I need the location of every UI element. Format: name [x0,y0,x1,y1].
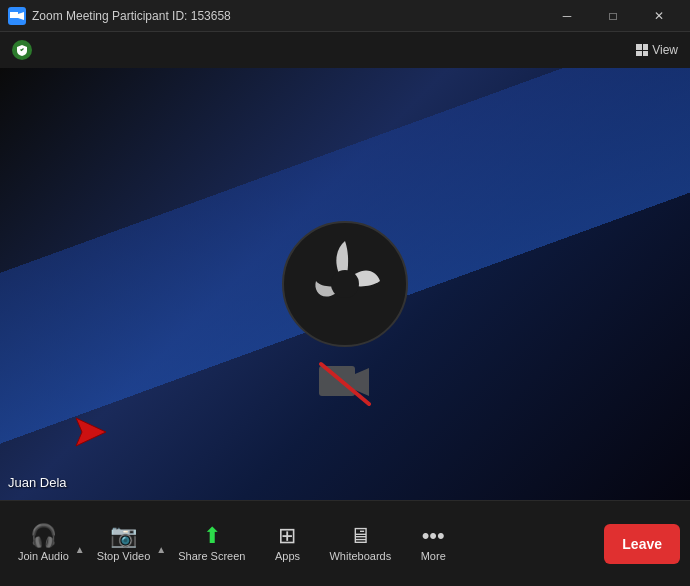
view-label: View [652,43,678,57]
svg-point-4 [331,270,359,298]
audio-icon: 🎧 [30,525,57,547]
svg-marker-8 [76,418,106,446]
bottom-toolbar: 🎧 Join Audio ▲ 📷 Stop Video ▲ ⬆ Share Sc… [0,500,690,586]
stop-video-group: 📷 Stop Video ▲ [89,509,167,579]
apps-icon: ⊞ [278,525,296,547]
stop-video-label: Stop Video [97,550,151,562]
participant-name: Juan Dela [8,475,67,490]
cursor-arrow-icon [68,412,108,452]
obs-logo-icon [280,219,410,349]
join-audio-button[interactable]: 🎧 Join Audio [10,509,77,579]
stop-video-button[interactable]: 📷 Stop Video [89,509,159,579]
shield-inner-icon [16,44,28,56]
whiteboards-button[interactable]: 🖥 Whiteboards [321,509,399,579]
more-button[interactable]: ••• More [403,509,463,579]
title-bar-left: Zoom Meeting Participant ID: 153658 [8,7,231,25]
whiteboards-label: Whiteboards [329,550,391,562]
join-audio-group: 🎧 Join Audio ▲ [10,509,85,579]
more-label: More [421,550,446,562]
grid-view-icon [636,44,648,56]
zoom-logo-icon [8,7,26,25]
video-area: Juan Dela [0,68,690,500]
join-audio-label: Join Audio [18,550,69,562]
security-shield-icon [12,40,32,60]
window-title: Zoom Meeting Participant ID: 153658 [32,9,231,23]
view-button[interactable]: View [636,43,678,57]
share-screen-button[interactable]: ⬆ Share Screen [170,509,253,579]
camera-off-icon [317,360,373,406]
share-screen-label: Share Screen [178,550,245,562]
share-screen-icon: ⬆ [203,525,221,547]
apps-button[interactable]: ⊞ Apps [257,509,317,579]
window-controls: ─ □ ✕ [544,0,682,32]
apps-label: Apps [275,550,300,562]
title-bar: Zoom Meeting Participant ID: 153658 ─ □ … [0,0,690,32]
svg-rect-5 [319,366,355,396]
maximize-button[interactable]: □ [590,0,636,32]
svg-marker-1 [10,12,18,18]
leave-button[interactable]: Leave [604,524,680,564]
close-button[interactable]: ✕ [636,0,682,32]
sub-toolbar: View [0,32,690,68]
more-icon: ••• [422,525,445,547]
video-icon: 📷 [110,525,137,547]
whiteboard-icon: 🖥 [349,525,371,547]
minimize-button[interactable]: ─ [544,0,590,32]
camera-off-indicator [317,360,373,410]
